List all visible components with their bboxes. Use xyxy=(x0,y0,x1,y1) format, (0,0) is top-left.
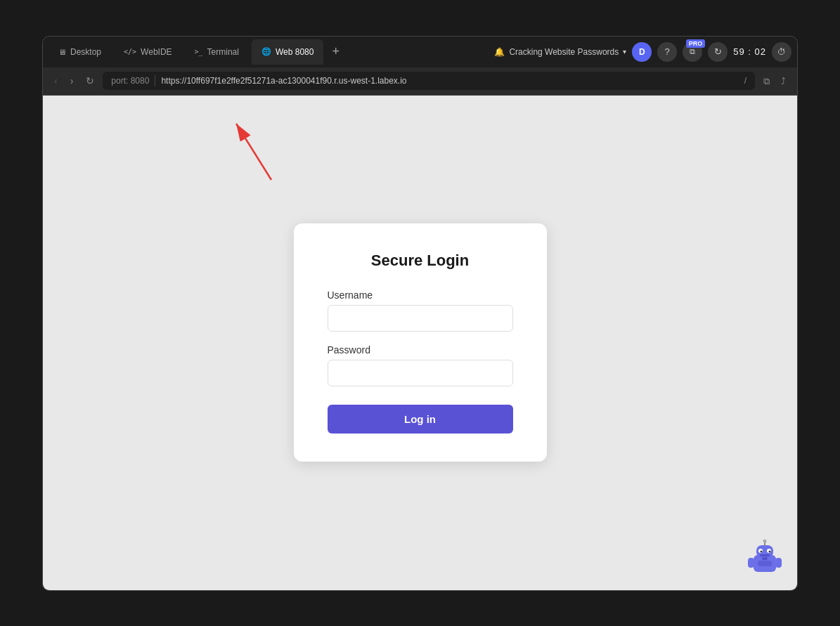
port-label: port: 8080 xyxy=(111,76,149,86)
copy-url-button[interactable]: ⧉ xyxy=(759,72,774,90)
back-icon: ‹ xyxy=(54,75,58,86)
copy-icon: ⧉ xyxy=(690,47,695,56)
refresh-icon: ↻ xyxy=(714,46,722,57)
page-title-text: Cracking Website Passwords xyxy=(509,47,619,57)
svg-rect-14 xyxy=(775,558,782,568)
content-area: Secure Login Username Password Log in xyxy=(43,96,797,590)
open-external-icon: ⤴ xyxy=(781,76,786,86)
copy-url-icon: ⧉ xyxy=(763,76,770,86)
svg-rect-12 xyxy=(758,561,772,566)
username-label: Username xyxy=(328,289,513,301)
reload-icon: ↻ xyxy=(86,75,94,86)
svg-point-9 xyxy=(769,550,771,552)
url-divider xyxy=(155,75,155,86)
tab-terminal[interactable]: >_ Terminal xyxy=(185,39,249,65)
chevron-down-icon: ▾ xyxy=(623,48,626,56)
add-tab-button[interactable]: + xyxy=(326,41,345,62)
svg-rect-11 xyxy=(762,557,768,560)
password-group: Password xyxy=(328,344,513,386)
password-input[interactable] xyxy=(328,360,513,386)
pro-badge: PRO xyxy=(686,39,706,48)
page-title[interactable]: 🔔 Cracking Website Passwords ▾ xyxy=(494,47,626,57)
discord-icon: D xyxy=(639,47,645,57)
address-bar: ‹ › ↻ port: 8080 https://10ff697f1e2ffe2… xyxy=(43,67,797,96)
bell-icon: 🔔 xyxy=(494,47,505,57)
back-button[interactable]: ‹ xyxy=(50,72,62,89)
tab-webide[interactable]: </> WebIDE xyxy=(114,39,182,65)
robot-mascot xyxy=(747,540,783,576)
username-input[interactable] xyxy=(328,305,513,332)
svg-rect-10 xyxy=(760,554,770,556)
tab-desktop-label: Desktop xyxy=(70,47,101,57)
browser-window: 🖥 Desktop </> WebIDE >_ Terminal 🌐 Web 8… xyxy=(42,36,798,591)
url-container[interactable]: port: 8080 https://10ff697f1e2ffe2f51271… xyxy=(103,72,755,90)
reload-button[interactable]: ↻ xyxy=(82,72,98,89)
login-card: Secure Login Username Password Log in xyxy=(294,223,547,462)
svg-point-5 xyxy=(763,540,767,543)
help-button[interactable]: ? xyxy=(657,42,677,62)
address-bar-right: ⧉ ⤴ xyxy=(759,72,790,90)
title-bar: 🖥 Desktop </> WebIDE >_ Terminal 🌐 Web 8… xyxy=(43,37,797,67)
webide-icon: </> xyxy=(124,48,136,56)
url-text: https://10ff697f1e2ffe2f51271a-ac1300041… xyxy=(161,76,735,86)
svg-point-8 xyxy=(761,550,763,552)
password-label: Password xyxy=(328,344,513,356)
tab-desktop[interactable]: 🖥 Desktop xyxy=(49,39,111,65)
svg-rect-13 xyxy=(748,558,754,568)
svg-line-1 xyxy=(236,124,271,180)
url-path: / xyxy=(744,76,747,86)
title-bar-right: 🔔 Cracking Website Passwords ▾ D ? ⧉ PRO… xyxy=(494,42,791,62)
globe-icon: 🌐 xyxy=(261,47,271,56)
refresh-button[interactable]: ↻ xyxy=(708,42,728,62)
terminal-icon: >_ xyxy=(195,48,203,56)
forward-icon: › xyxy=(70,75,74,86)
desktop-icon: 🖥 xyxy=(58,48,66,56)
forward-button[interactable]: › xyxy=(66,72,78,89)
timer-icon-button[interactable]: ⏱ xyxy=(772,42,791,62)
open-external-button[interactable]: ⤴ xyxy=(777,72,790,90)
tab-terminal-label: Terminal xyxy=(207,47,239,57)
tab-webide-label: WebIDE xyxy=(141,47,172,57)
username-group: Username xyxy=(328,289,513,332)
tab-web8080[interactable]: 🌐 Web 8080 xyxy=(252,39,324,65)
tab-web8080-label: Web 8080 xyxy=(276,47,314,57)
red-arrow-annotation xyxy=(222,117,285,187)
discord-button[interactable]: D xyxy=(632,42,652,62)
login-title: Secure Login xyxy=(328,252,513,270)
timer-display: 59 : 02 xyxy=(733,46,766,57)
timer-icon: ⏱ xyxy=(777,47,786,57)
login-button[interactable]: Log in xyxy=(328,405,513,433)
question-icon: ? xyxy=(665,46,670,57)
